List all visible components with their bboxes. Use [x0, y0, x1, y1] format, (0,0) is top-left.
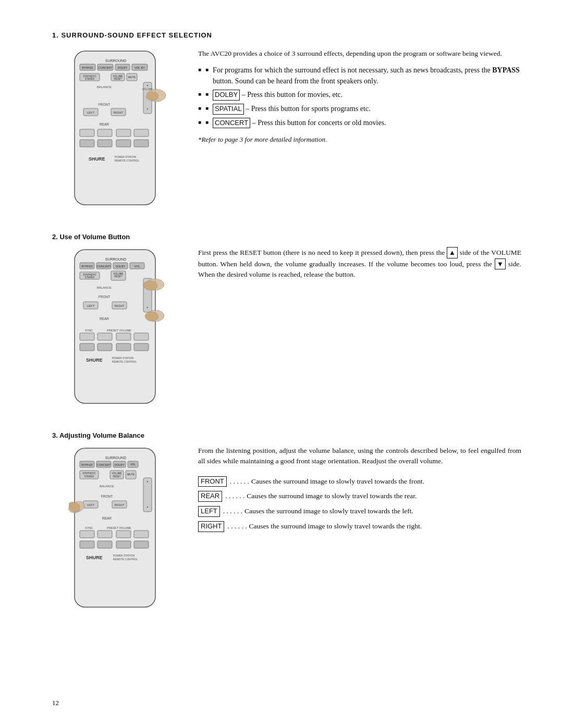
section3-title: 3. Adjusting Volume Balance	[52, 431, 521, 439]
svg-rect-116	[134, 530, 149, 538]
svg-text:SHURE: SHURE	[86, 357, 103, 363]
svg-rect-113	[80, 530, 94, 538]
svg-rect-118	[97, 541, 112, 548]
bullet-item-3: ■ SPATIAL – Press this button for sports…	[198, 104, 521, 115]
svg-text:REMOTE CONTROL: REMOTE CONTROL	[115, 159, 139, 162]
section2-body: First press the RESET button (there is n…	[198, 247, 521, 280]
svg-text:MUTE: MUTE	[128, 76, 136, 79]
front-label: FRONT	[198, 476, 227, 487]
svg-text:DOLBY: DOLBY	[116, 265, 126, 268]
svg-text:▼: ▼	[146, 306, 149, 309]
right-dots: . . . . . .	[227, 521, 247, 532]
svg-text:SYNC: SYNC	[85, 526, 93, 529]
left-dots: . . . . . .	[223, 506, 242, 516]
bullet1-text: For programs for which the surround effe…	[213, 65, 521, 87]
svg-rect-34	[80, 140, 94, 147]
svg-text:POWER STATION: POWER STATION	[112, 356, 134, 360]
svg-rect-37	[134, 140, 149, 147]
balance-entry-left: LEFT . . . . . . Causes the surround ima…	[198, 506, 521, 517]
svg-text:SURROUND: SURROUND	[105, 59, 126, 63]
bullet4-text: CONCERT – Press this button for concerts…	[213, 118, 386, 129]
svg-text:STEREO: STEREO	[84, 475, 94, 478]
svg-text:PRESET VOLUME: PRESET VOLUME	[107, 526, 131, 529]
svg-rect-74	[134, 333, 149, 340]
remote-svg-3: SURROUND BYPASS CONCERT DOLBY VOL SYNTHE…	[65, 446, 167, 612]
section2-text: First press the RESET button (there is n…	[198, 247, 521, 280]
svg-text:BALANCE: BALANCE	[97, 85, 112, 89]
svg-text:▼: ▼	[146, 505, 149, 509]
svg-text:REAR: REAR	[100, 317, 109, 320]
svg-text:CONCERT: CONCERT	[96, 463, 111, 466]
svg-text:SYNTHETIC: SYNTHETIC	[82, 472, 96, 475]
svg-rect-77	[116, 343, 131, 351]
section3-text: From the listening position, adjust the …	[198, 446, 521, 536]
svg-rect-120	[134, 541, 149, 548]
remote-svg-1: SURROUND BYPASS CONCERT DOLBY VOL BY SYN…	[65, 48, 167, 210]
svg-text:REAR: REAR	[102, 516, 112, 520]
svg-text:BALANCE: BALANCE	[97, 286, 112, 289]
balance-entry-rear: REAR . . . . . . Causes the surround ima…	[198, 491, 521, 502]
svg-text:PRESET VOLUME: PRESET VOLUME	[107, 329, 131, 332]
svg-text:BYPASS: BYPASS	[81, 265, 93, 268]
svg-text:RIGHT: RIGHT	[115, 304, 125, 307]
section1-body1: The AVC20 provides a choice of 3 surroun…	[198, 48, 521, 59]
svg-rect-73	[116, 333, 131, 340]
svg-text:▲: ▲	[146, 479, 149, 483]
bullet3-text: SPATIAL – Press this button for sports p…	[213, 104, 371, 115]
page-number: 12	[52, 699, 59, 707]
svg-text:VOL: VOL	[134, 265, 140, 268]
svg-text:RIGHT: RIGHT	[114, 111, 124, 114]
svg-text:RIGHT: RIGHT	[115, 503, 125, 507]
balance-entry-right: RIGHT . . . . . . Causes the surround im…	[198, 521, 521, 532]
svg-rect-115	[116, 530, 131, 538]
svg-text:SURROUND: SURROUND	[105, 257, 126, 261]
svg-text:BYPASS: BYPASS	[81, 463, 93, 466]
svg-text:LEFT: LEFT	[87, 304, 95, 307]
svg-rect-119	[116, 541, 131, 548]
svg-text:RESET: RESET	[113, 475, 120, 478]
remote-svg-2: SURROUND BYPASS CONCERT DOLBY VOL SYNTHE…	[65, 247, 167, 409]
svg-text:REMOTE CONTROL: REMOTE CONTROL	[113, 558, 138, 561]
svg-text:SHURE: SHURE	[86, 555, 103, 560]
svg-rect-30	[80, 129, 94, 137]
svg-text:CONCERT: CONCERT	[96, 265, 111, 268]
svg-rect-71	[80, 333, 94, 340]
front-dots: . . . . . .	[230, 476, 249, 487]
svg-text:LEFT: LEFT	[87, 111, 95, 114]
svg-text:RESET: RESET	[114, 275, 122, 278]
svg-text:▲: ▲	[146, 83, 149, 87]
svg-text:SYNC: SYNC	[85, 329, 93, 332]
svg-text:REAR: REAR	[100, 122, 109, 126]
section1-bullet-list: ■ For programs for which the surround ef…	[198, 65, 521, 128]
svg-rect-31	[97, 129, 112, 137]
svg-rect-72	[97, 333, 112, 340]
svg-text:VOLUME: VOLUME	[112, 472, 121, 475]
svg-rect-32	[116, 129, 131, 137]
svg-text:CONCERT: CONCERT	[98, 66, 113, 69]
right-label: RIGHT	[198, 521, 224, 532]
svg-text:▼: ▼	[146, 107, 149, 110]
svg-text:BYPASS: BYPASS	[82, 66, 93, 69]
right-text: Causes the surround image to slowly trav…	[249, 521, 521, 532]
svg-text:SHURE: SHURE	[89, 156, 105, 162]
svg-text:FRONT: FRONT	[99, 295, 110, 299]
bullet-item-2: ■ DOLBY – Press this button for movies, …	[198, 90, 521, 101]
svg-text:STEREO: STEREO	[85, 78, 95, 80]
section2-remote: SURROUND BYPASS CONCERT DOLBY VOL SYNTHE…	[52, 247, 182, 411]
svg-rect-76	[97, 343, 112, 351]
section3-remote: SURROUND BYPASS CONCERT DOLBY VOL SYNTHE…	[52, 446, 182, 614]
page: 1. SURROUND-SOUND EFFECT SELECTION SURRO…	[0, 0, 563, 728]
svg-text:FRONT: FRONT	[101, 495, 113, 498]
svg-text:POWER STATION: POWER STATION	[115, 155, 137, 158]
svg-text:POWER STATION: POWER STATION	[113, 554, 135, 557]
section1-text: The AVC20 provides a choice of 3 surroun…	[198, 48, 521, 144]
section1-title: 1. SURROUND-SOUND EFFECT SELECTION	[52, 31, 521, 39]
svg-text:FRONT: FRONT	[99, 103, 110, 106]
rear-label: REAR	[198, 491, 222, 502]
section1-content: SURROUND BYPASS CONCERT DOLBY VOL BY SYN…	[52, 48, 521, 212]
svg-rect-33	[134, 129, 149, 137]
svg-text:STEREO: STEREO	[85, 276, 95, 279]
section2-content: SURROUND BYPASS CONCERT DOLBY VOL SYNTHE…	[52, 247, 521, 411]
svg-text:SURROUND: SURROUND	[105, 456, 126, 460]
bullet2-text: DOLBY – Press this button for movies, et…	[213, 90, 342, 101]
